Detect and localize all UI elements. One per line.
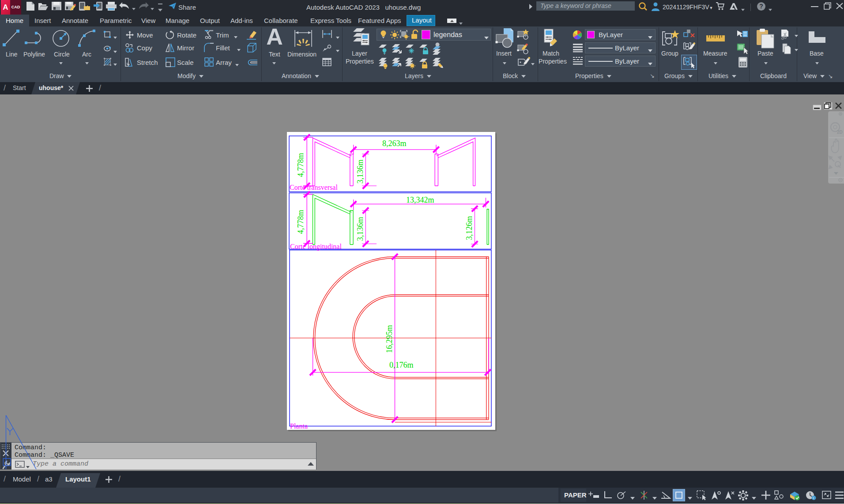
svg-text:Planta: Planta: [290, 422, 308, 430]
svg-text:Corte transversal: Corte transversal: [290, 184, 338, 191]
svg-text:0,176m: 0,176m: [389, 361, 414, 369]
svg-text:13,342m: 13,342m: [406, 196, 434, 204]
svg-text:16,295m: 16,295m: [385, 325, 394, 353]
svg-text:4,778m: 4,778m: [296, 153, 305, 177]
svg-text:2D: 2D: [837, 130, 843, 135]
svg-text:Corte longitudinal: Corte longitudinal: [290, 243, 342, 251]
svg-text:3,126m: 3,126m: [465, 216, 474, 240]
svg-text:3,136m: 3,136m: [356, 159, 365, 184]
svg-text:4,778m: 4,778m: [296, 210, 305, 234]
svg-text:i: i: [813, 496, 814, 500]
svg-text:3,136m: 3,136m: [356, 217, 365, 241]
svg-text:8,263m: 8,263m: [382, 139, 407, 148]
